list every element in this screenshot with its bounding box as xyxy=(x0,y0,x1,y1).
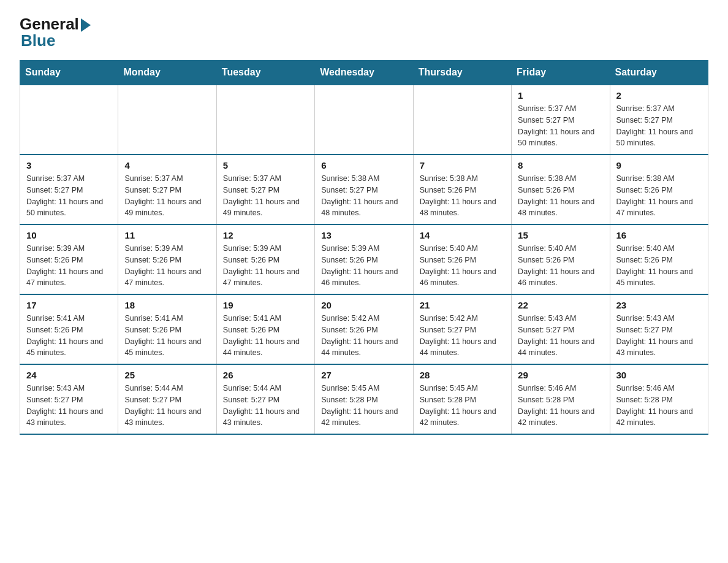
day-sun-info: Sunrise: 5:38 AMSunset: 5:26 PMDaylight:… xyxy=(420,173,505,219)
day-sun-info: Sunrise: 5:38 AMSunset: 5:26 PMDaylight:… xyxy=(616,173,702,219)
day-sun-info: Sunrise: 5:39 AMSunset: 5:26 PMDaylight:… xyxy=(26,243,112,289)
calendar-day-cell: 21Sunrise: 5:42 AMSunset: 5:27 PMDayligh… xyxy=(413,294,511,364)
calendar-header-row: SundayMondayTuesdayWednesdayThursdayFrid… xyxy=(20,61,708,85)
calendar-day-cell: 28Sunrise: 5:45 AMSunset: 5:28 PMDayligh… xyxy=(413,364,511,434)
day-of-week-header: Sunday xyxy=(20,61,118,85)
logo-arrow-icon xyxy=(81,18,91,32)
day-sun-info: Sunrise: 5:41 AMSunset: 5:26 PMDaylight:… xyxy=(26,313,112,359)
logo: General Blue xyxy=(20,15,91,50)
calendar-week-row: 10Sunrise: 5:39 AMSunset: 5:26 PMDayligh… xyxy=(20,224,708,294)
day-of-week-header: Monday xyxy=(118,61,216,85)
calendar-day-cell: 30Sunrise: 5:46 AMSunset: 5:28 PMDayligh… xyxy=(610,364,708,434)
day-sun-info: Sunrise: 5:39 AMSunset: 5:26 PMDaylight:… xyxy=(223,243,308,289)
calendar-week-row: 24Sunrise: 5:43 AMSunset: 5:27 PMDayligh… xyxy=(20,364,708,434)
day-number: 14 xyxy=(420,230,505,240)
calendar-day-cell xyxy=(315,85,413,155)
calendar-day-cell xyxy=(20,85,118,155)
day-number: 1 xyxy=(518,90,603,101)
calendar-day-cell: 2Sunrise: 5:37 AMSunset: 5:27 PMDaylight… xyxy=(610,85,708,155)
day-number: 28 xyxy=(420,370,505,380)
calendar-day-cell: 4Sunrise: 5:37 AMSunset: 5:27 PMDaylight… xyxy=(118,155,216,224)
day-of-week-header: Saturday xyxy=(610,61,708,85)
calendar-day-cell: 5Sunrise: 5:37 AMSunset: 5:27 PMDaylight… xyxy=(216,155,314,224)
day-number: 25 xyxy=(124,370,210,380)
calendar-day-cell xyxy=(413,85,511,155)
day-number: 19 xyxy=(223,300,308,310)
calendar-day-cell: 14Sunrise: 5:40 AMSunset: 5:26 PMDayligh… xyxy=(413,224,511,294)
calendar-day-cell: 9Sunrise: 5:38 AMSunset: 5:26 PMDaylight… xyxy=(610,155,708,224)
day-sun-info: Sunrise: 5:40 AMSunset: 5:26 PMDaylight:… xyxy=(616,243,702,289)
day-number: 10 xyxy=(26,230,112,240)
day-number: 30 xyxy=(616,370,702,380)
day-sun-info: Sunrise: 5:43 AMSunset: 5:27 PMDaylight:… xyxy=(518,313,603,359)
calendar-week-row: 3Sunrise: 5:37 AMSunset: 5:27 PMDaylight… xyxy=(20,155,708,224)
day-sun-info: Sunrise: 5:37 AMSunset: 5:27 PMDaylight:… xyxy=(223,173,308,219)
day-sun-info: Sunrise: 5:44 AMSunset: 5:27 PMDaylight:… xyxy=(124,383,210,429)
day-number: 6 xyxy=(321,160,406,170)
day-number: 4 xyxy=(124,160,210,170)
day-sun-info: Sunrise: 5:41 AMSunset: 5:26 PMDaylight:… xyxy=(124,313,210,359)
day-sun-info: Sunrise: 5:42 AMSunset: 5:27 PMDaylight:… xyxy=(420,313,505,359)
day-sun-info: Sunrise: 5:37 AMSunset: 5:27 PMDaylight:… xyxy=(124,173,210,219)
day-sun-info: Sunrise: 5:41 AMSunset: 5:26 PMDaylight:… xyxy=(223,313,308,359)
calendar-day-cell: 24Sunrise: 5:43 AMSunset: 5:27 PMDayligh… xyxy=(20,364,118,434)
day-of-week-header: Tuesday xyxy=(216,61,314,85)
day-number: 17 xyxy=(26,300,112,310)
day-of-week-header: Friday xyxy=(512,61,610,85)
day-sun-info: Sunrise: 5:40 AMSunset: 5:26 PMDaylight:… xyxy=(420,243,505,289)
day-sun-info: Sunrise: 5:45 AMSunset: 5:28 PMDaylight:… xyxy=(321,383,406,429)
day-sun-info: Sunrise: 5:39 AMSunset: 5:26 PMDaylight:… xyxy=(124,243,210,289)
day-sun-info: Sunrise: 5:37 AMSunset: 5:27 PMDaylight:… xyxy=(26,173,112,219)
day-number: 7 xyxy=(420,160,505,170)
calendar-day-cell: 10Sunrise: 5:39 AMSunset: 5:26 PMDayligh… xyxy=(20,224,118,294)
day-number: 13 xyxy=(321,230,406,240)
day-of-week-header: Thursday xyxy=(413,61,511,85)
calendar-day-cell: 1Sunrise: 5:37 AMSunset: 5:27 PMDaylight… xyxy=(512,85,610,155)
day-number: 24 xyxy=(26,370,112,380)
page-header: General Blue xyxy=(20,15,708,50)
calendar-day-cell: 25Sunrise: 5:44 AMSunset: 5:27 PMDayligh… xyxy=(118,364,216,434)
day-number: 16 xyxy=(616,230,702,240)
day-sun-info: Sunrise: 5:42 AMSunset: 5:26 PMDaylight:… xyxy=(321,313,406,359)
day-number: 2 xyxy=(616,90,702,101)
calendar-day-cell: 23Sunrise: 5:43 AMSunset: 5:27 PMDayligh… xyxy=(610,294,708,364)
day-number: 23 xyxy=(616,300,702,310)
day-sun-info: Sunrise: 5:40 AMSunset: 5:26 PMDaylight:… xyxy=(518,243,603,289)
calendar-day-cell: 12Sunrise: 5:39 AMSunset: 5:26 PMDayligh… xyxy=(216,224,314,294)
day-sun-info: Sunrise: 5:38 AMSunset: 5:26 PMDaylight:… xyxy=(518,173,603,219)
day-sun-info: Sunrise: 5:44 AMSunset: 5:27 PMDaylight:… xyxy=(223,383,308,429)
day-number: 29 xyxy=(518,370,603,380)
calendar-day-cell: 7Sunrise: 5:38 AMSunset: 5:26 PMDaylight… xyxy=(413,155,511,224)
day-number: 22 xyxy=(518,300,603,310)
day-number: 26 xyxy=(223,370,308,380)
day-sun-info: Sunrise: 5:45 AMSunset: 5:28 PMDaylight:… xyxy=(420,383,505,429)
day-number: 11 xyxy=(124,230,210,240)
day-number: 18 xyxy=(124,300,210,310)
day-number: 27 xyxy=(321,370,406,380)
calendar-day-cell: 19Sunrise: 5:41 AMSunset: 5:26 PMDayligh… xyxy=(216,294,314,364)
calendar-week-row: 17Sunrise: 5:41 AMSunset: 5:26 PMDayligh… xyxy=(20,294,708,364)
calendar-day-cell: 13Sunrise: 5:39 AMSunset: 5:26 PMDayligh… xyxy=(315,224,413,294)
calendar-day-cell: 17Sunrise: 5:41 AMSunset: 5:26 PMDayligh… xyxy=(20,294,118,364)
day-sun-info: Sunrise: 5:38 AMSunset: 5:27 PMDaylight:… xyxy=(321,173,406,219)
calendar-day-cell: 20Sunrise: 5:42 AMSunset: 5:26 PMDayligh… xyxy=(315,294,413,364)
day-number: 3 xyxy=(26,160,112,170)
day-sun-info: Sunrise: 5:43 AMSunset: 5:27 PMDaylight:… xyxy=(26,383,112,429)
day-number: 8 xyxy=(518,160,603,170)
day-sun-info: Sunrise: 5:46 AMSunset: 5:28 PMDaylight:… xyxy=(518,383,603,429)
calendar-day-cell: 15Sunrise: 5:40 AMSunset: 5:26 PMDayligh… xyxy=(512,224,610,294)
calendar-day-cell: 8Sunrise: 5:38 AMSunset: 5:26 PMDaylight… xyxy=(512,155,610,224)
day-sun-info: Sunrise: 5:37 AMSunset: 5:27 PMDaylight:… xyxy=(518,103,603,149)
day-of-week-header: Wednesday xyxy=(315,61,413,85)
calendar-day-cell: 6Sunrise: 5:38 AMSunset: 5:27 PMDaylight… xyxy=(315,155,413,224)
calendar-day-cell: 11Sunrise: 5:39 AMSunset: 5:26 PMDayligh… xyxy=(118,224,216,294)
day-number: 9 xyxy=(616,160,702,170)
day-sun-info: Sunrise: 5:46 AMSunset: 5:28 PMDaylight:… xyxy=(616,383,702,429)
day-number: 20 xyxy=(321,300,406,310)
calendar-day-cell: 29Sunrise: 5:46 AMSunset: 5:28 PMDayligh… xyxy=(512,364,610,434)
calendar-day-cell: 16Sunrise: 5:40 AMSunset: 5:26 PMDayligh… xyxy=(610,224,708,294)
calendar-day-cell xyxy=(216,85,314,155)
calendar-day-cell: 26Sunrise: 5:44 AMSunset: 5:27 PMDayligh… xyxy=(216,364,314,434)
day-sun-info: Sunrise: 5:43 AMSunset: 5:27 PMDaylight:… xyxy=(616,313,702,359)
day-number: 5 xyxy=(223,160,308,170)
